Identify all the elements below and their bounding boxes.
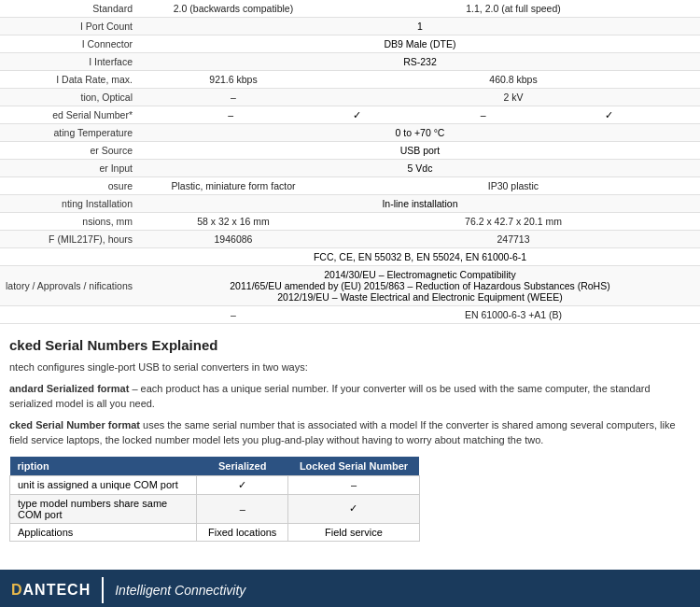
spec-label: nsions, mm bbox=[0, 213, 140, 231]
spec-label: latory / Approvals / nifications bbox=[0, 266, 140, 306]
logo-d: D bbox=[11, 582, 23, 598]
spec-value-right: 2 kV bbox=[327, 89, 700, 106]
spec-value: 5 Vdc bbox=[140, 160, 700, 177]
spec-value-right: IP30 plastic bbox=[327, 177, 700, 195]
table-row: ed Serial Number*–✓–✓ bbox=[0, 106, 700, 124]
table-row: nsions, mm58 x 32 x 16 mm76.2 x 42.7 x 2… bbox=[0, 213, 700, 231]
list-item: unit is assigned a unique COM port✓– bbox=[10, 475, 420, 494]
table-row: I Data Rate, max.921.6 kbps460.8 kbps bbox=[0, 71, 700, 89]
spec-label: tion, Optical bbox=[0, 89, 140, 106]
spec-label: ating Temperature bbox=[0, 124, 140, 142]
footer: DANTECH Intelligent Connectivity bbox=[0, 570, 700, 607]
spec-value-left: 2.0 (backwards compatible) bbox=[140, 0, 327, 18]
footer-logo: DANTECH bbox=[11, 582, 91, 599]
table-row: er Input5 Vdc bbox=[0, 160, 700, 177]
spec-value: USB port bbox=[140, 142, 700, 160]
spec-value: In-line installation bbox=[140, 195, 700, 213]
spec-value: FCC, CE, EN 55032 B, EN 55024, EN 61000-… bbox=[140, 248, 700, 266]
table-row: tion, Optical–2 kV bbox=[0, 89, 700, 106]
spec-label: F (MIL217F), hours bbox=[0, 231, 140, 248]
spec-label: ed Serial Number* bbox=[0, 106, 140, 124]
locked-row-desc: unit is assigned a unique COM port bbox=[10, 475, 197, 494]
locked-row-locked: Field service bbox=[288, 523, 419, 541]
table-row: er SourceUSB port bbox=[0, 142, 700, 160]
spec-label: I Connector bbox=[0, 35, 140, 53]
format2-text: cked Serial Number format uses the same … bbox=[9, 418, 691, 447]
table-row: FCC, CE, EN 55032 B, EN 55024, EN 61000-… bbox=[0, 248, 700, 266]
table-row: nting InstallationIn-line installation bbox=[0, 195, 700, 213]
spec-value: 1 bbox=[140, 18, 700, 35]
spec-value-right: 1.1, 2.0 (at full speed) bbox=[327, 0, 700, 18]
table-row: ating Temperature0 to +70 °C bbox=[0, 124, 700, 142]
footer-tagline: Intelligent Connectivity bbox=[115, 583, 245, 598]
format2-heading: cked Serial Number format bbox=[9, 419, 140, 431]
table-row: osurePlastic, miniature form factorIP30 … bbox=[0, 177, 700, 195]
locked-row-desc: type model numbers share same COM port bbox=[10, 494, 197, 523]
format1-text: andard Serialized format – each product … bbox=[9, 382, 691, 411]
locked-section: cked Serial Numbers Explained ntech conf… bbox=[0, 324, 700, 551]
spec-value-right: 76.2 x 42.7 x 20.1 mm bbox=[327, 213, 700, 231]
spec-value-left: Plastic, miniature form factor bbox=[140, 177, 327, 195]
locked-row-desc: Applications bbox=[10, 523, 197, 541]
table-row: I InterfaceRS-232 bbox=[0, 53, 700, 71]
locked-row-serialized: ✓ bbox=[197, 475, 288, 494]
locked-section-title: cked Serial Numbers Explained bbox=[9, 337, 691, 353]
logo-rest: ANTECH bbox=[23, 582, 91, 598]
locked-serial-table: riptionSerializedLocked Serial Number un… bbox=[9, 457, 420, 542]
spec-value-right: EN 61000-6-3 +A1 (B) bbox=[327, 306, 700, 324]
locked-row-serialized: Fixed locations bbox=[197, 523, 288, 541]
spec-value: –✓–✓ bbox=[140, 106, 700, 124]
locked-table-header: Locked Serial Number bbox=[288, 457, 419, 476]
spec-label: I Port Count bbox=[0, 18, 140, 35]
spec-label: er Source bbox=[0, 142, 140, 160]
spec-label: I Data Rate, max. bbox=[0, 71, 140, 89]
table-row: –EN 61000-6-3 +A1 (B) bbox=[0, 306, 700, 324]
spec-value: DB9 Male (DTE) bbox=[140, 35, 700, 53]
spec-value-left: 921.6 kbps bbox=[140, 71, 327, 89]
spec-label: osure bbox=[0, 177, 140, 195]
spec-label: nting Installation bbox=[0, 195, 140, 213]
locked-row-locked: – bbox=[288, 475, 419, 494]
footer-divider bbox=[102, 577, 104, 603]
format1-heading: andard Serialized format bbox=[9, 383, 129, 394]
spec-value-left: – bbox=[140, 306, 327, 324]
specs-table: Standard2.0 (backwards compatible)1.1, 2… bbox=[0, 0, 700, 324]
spec-value-left: 1946086 bbox=[140, 231, 327, 248]
spec-value: 2014/30/EU – Electromagnetic Compatibili… bbox=[140, 266, 700, 306]
spec-value: 0 to +70 °C bbox=[140, 124, 700, 142]
table-row: latory / Approvals / nifications2014/30/… bbox=[0, 266, 700, 306]
locked-table-header: Serialized bbox=[197, 457, 288, 476]
spec-label bbox=[0, 248, 140, 266]
table-row: I Port Count1 bbox=[0, 18, 700, 35]
locked-row-locked: ✓ bbox=[288, 494, 419, 523]
spec-value-right: 460.8 kbps bbox=[327, 71, 700, 89]
locked-intro: ntech configures single-port USB to seri… bbox=[9, 360, 691, 374]
list-item: ApplicationsFixed locationsField service bbox=[10, 523, 420, 541]
spec-value: RS-232 bbox=[140, 53, 700, 71]
spec-value-right: 247713 bbox=[327, 231, 700, 248]
spec-label: I Interface bbox=[0, 53, 140, 71]
locked-table-header: ription bbox=[10, 457, 197, 476]
spec-value-left: 58 x 32 x 16 mm bbox=[140, 213, 327, 231]
table-row: Standard2.0 (backwards compatible)1.1, 2… bbox=[0, 0, 700, 18]
locked-row-serialized: – bbox=[197, 494, 288, 523]
spec-value-left: – bbox=[140, 89, 327, 106]
table-row: I ConnectorDB9 Male (DTE) bbox=[0, 35, 700, 53]
spec-label: Standard bbox=[0, 0, 140, 18]
spec-label bbox=[0, 306, 140, 324]
table-row: F (MIL217F), hours1946086247713 bbox=[0, 231, 700, 248]
spec-label: er Input bbox=[0, 160, 140, 177]
list-item: type model numbers share same COM port–✓ bbox=[10, 494, 420, 523]
